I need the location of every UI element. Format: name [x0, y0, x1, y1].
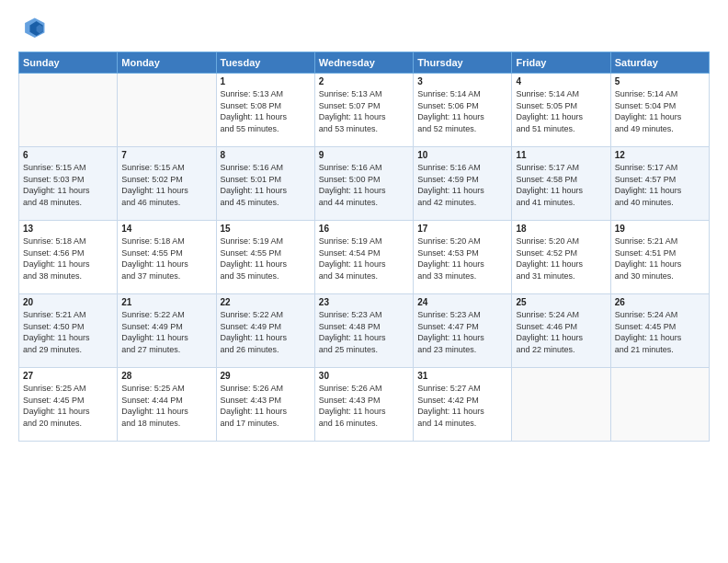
- logo-icon: [18, 15, 48, 44]
- day-info: Sunrise: 5:13 AM Sunset: 5:07 PM Dayligh…: [319, 88, 409, 134]
- day-info: Sunrise: 5:23 AM Sunset: 4:48 PM Dayligh…: [319, 309, 409, 355]
- day-number: 25: [516, 297, 606, 307]
- day-cell: 14Sunrise: 5:18 AM Sunset: 4:55 PM Dayli…: [118, 221, 216, 294]
- day-number: 9: [319, 150, 409, 160]
- day-number: 1: [221, 76, 311, 86]
- day-cell: 31Sunrise: 5:27 AM Sunset: 4:42 PM Dayli…: [414, 368, 512, 442]
- day-info: Sunrise: 5:20 AM Sunset: 4:53 PM Dayligh…: [417, 236, 507, 282]
- day-cell: 9Sunrise: 5:16 AM Sunset: 5:00 PM Daylig…: [314, 147, 413, 221]
- day-cell: 12Sunrise: 5:17 AM Sunset: 4:57 PM Dayli…: [610, 147, 709, 221]
- day-info: Sunrise: 5:22 AM Sunset: 4:49 PM Dayligh…: [121, 309, 211, 355]
- col-header-sunday: Sunday: [19, 52, 118, 74]
- day-info: Sunrise: 5:16 AM Sunset: 5:01 PM Dayligh…: [221, 162, 311, 208]
- day-number: 21: [121, 297, 211, 307]
- day-cell: 6Sunrise: 5:15 AM Sunset: 5:03 PM Daylig…: [19, 147, 118, 221]
- week-row-0: 1Sunrise: 5:13 AM Sunset: 5:08 PM Daylig…: [19, 74, 710, 147]
- week-row-2: 13Sunrise: 5:18 AM Sunset: 4:56 PM Dayli…: [19, 221, 710, 294]
- day-cell: 24Sunrise: 5:23 AM Sunset: 4:47 PM Dayli…: [414, 294, 512, 368]
- col-header-wednesday: Wednesday: [314, 52, 413, 74]
- calendar-table: SundayMondayTuesdayWednesdayThursdayFrid…: [18, 52, 710, 442]
- day-number: 19: [615, 224, 705, 234]
- day-info: Sunrise: 5:15 AM Sunset: 5:02 PM Dayligh…: [121, 162, 211, 208]
- day-number: 4: [516, 76, 606, 86]
- col-header-saturday: Saturday: [610, 52, 709, 74]
- day-cell: 17Sunrise: 5:20 AM Sunset: 4:53 PM Dayli…: [414, 221, 512, 294]
- day-number: 6: [23, 150, 113, 160]
- day-info: Sunrise: 5:22 AM Sunset: 4:49 PM Dayligh…: [221, 309, 311, 355]
- day-info: Sunrise: 5:25 AM Sunset: 4:44 PM Dayligh…: [121, 383, 211, 429]
- day-number: 5: [615, 76, 705, 86]
- day-number: 16: [319, 224, 409, 234]
- day-info: Sunrise: 5:16 AM Sunset: 4:59 PM Dayligh…: [417, 162, 507, 208]
- day-number: 20: [23, 297, 113, 307]
- day-info: Sunrise: 5:17 AM Sunset: 4:58 PM Dayligh…: [516, 162, 606, 208]
- logo: [18, 15, 51, 44]
- day-cell: 13Sunrise: 5:18 AM Sunset: 4:56 PM Dayli…: [19, 221, 118, 294]
- day-cell: 25Sunrise: 5:24 AM Sunset: 4:46 PM Dayli…: [512, 294, 610, 368]
- day-info: Sunrise: 5:20 AM Sunset: 4:52 PM Dayligh…: [516, 236, 606, 282]
- day-number: 26: [615, 297, 705, 307]
- day-info: Sunrise: 5:17 AM Sunset: 4:57 PM Dayligh…: [615, 162, 705, 208]
- day-cell: 1Sunrise: 5:13 AM Sunset: 5:08 PM Daylig…: [216, 74, 314, 147]
- header: [18, 15, 710, 44]
- day-number: 13: [23, 224, 113, 234]
- col-header-monday: Monday: [118, 52, 216, 74]
- day-info: Sunrise: 5:26 AM Sunset: 4:43 PM Dayligh…: [221, 383, 311, 429]
- day-number: 3: [417, 76, 507, 86]
- day-number: 29: [221, 371, 311, 381]
- day-info: Sunrise: 5:21 AM Sunset: 4:50 PM Dayligh…: [23, 309, 113, 355]
- day-cell: 7Sunrise: 5:15 AM Sunset: 5:02 PM Daylig…: [118, 147, 216, 221]
- day-cell: 30Sunrise: 5:26 AM Sunset: 4:43 PM Dayli…: [314, 368, 413, 442]
- day-cell: 20Sunrise: 5:21 AM Sunset: 4:50 PM Dayli…: [19, 294, 118, 368]
- day-cell: 11Sunrise: 5:17 AM Sunset: 4:58 PM Dayli…: [512, 147, 610, 221]
- day-number: 2: [319, 76, 409, 86]
- day-cell: [512, 368, 610, 442]
- day-cell: 10Sunrise: 5:16 AM Sunset: 4:59 PM Dayli…: [414, 147, 512, 221]
- day-info: Sunrise: 5:24 AM Sunset: 4:45 PM Dayligh…: [615, 309, 705, 355]
- day-number: 24: [417, 297, 507, 307]
- day-number: 14: [121, 224, 211, 234]
- day-cell: 29Sunrise: 5:26 AM Sunset: 4:43 PM Dayli…: [216, 368, 314, 442]
- day-number: 22: [221, 297, 311, 307]
- day-cell: [19, 74, 118, 147]
- day-cell: 19Sunrise: 5:21 AM Sunset: 4:51 PM Dayli…: [610, 221, 709, 294]
- page: SundayMondayTuesdayWednesdayThursdayFrid…: [0, 0, 728, 563]
- day-info: Sunrise: 5:25 AM Sunset: 4:45 PM Dayligh…: [23, 383, 113, 429]
- day-cell: [610, 368, 709, 442]
- day-number: 30: [319, 371, 409, 381]
- day-info: Sunrise: 5:23 AM Sunset: 4:47 PM Dayligh…: [417, 309, 507, 355]
- day-cell: 18Sunrise: 5:20 AM Sunset: 4:52 PM Dayli…: [512, 221, 610, 294]
- week-row-3: 20Sunrise: 5:21 AM Sunset: 4:50 PM Dayli…: [19, 294, 710, 368]
- day-info: Sunrise: 5:27 AM Sunset: 4:42 PM Dayligh…: [417, 383, 507, 429]
- day-number: 10: [417, 150, 507, 160]
- day-number: 7: [121, 150, 211, 160]
- day-cell: 16Sunrise: 5:19 AM Sunset: 4:54 PM Dayli…: [314, 221, 413, 294]
- day-info: Sunrise: 5:14 AM Sunset: 5:05 PM Dayligh…: [516, 88, 606, 134]
- col-header-friday: Friday: [512, 52, 610, 74]
- day-number: 12: [615, 150, 705, 160]
- day-info: Sunrise: 5:14 AM Sunset: 5:04 PM Dayligh…: [615, 88, 705, 134]
- day-info: Sunrise: 5:18 AM Sunset: 4:55 PM Dayligh…: [121, 236, 211, 282]
- col-header-thursday: Thursday: [414, 52, 512, 74]
- day-cell: 15Sunrise: 5:19 AM Sunset: 4:55 PM Dayli…: [216, 221, 314, 294]
- day-cell: 28Sunrise: 5:25 AM Sunset: 4:44 PM Dayli…: [118, 368, 216, 442]
- day-cell: 8Sunrise: 5:16 AM Sunset: 5:01 PM Daylig…: [216, 147, 314, 221]
- day-info: Sunrise: 5:16 AM Sunset: 5:00 PM Dayligh…: [319, 162, 409, 208]
- day-info: Sunrise: 5:19 AM Sunset: 4:55 PM Dayligh…: [221, 236, 311, 282]
- day-cell: 26Sunrise: 5:24 AM Sunset: 4:45 PM Dayli…: [610, 294, 709, 368]
- day-number: 8: [221, 150, 311, 160]
- day-number: 27: [23, 371, 113, 381]
- day-number: 31: [417, 371, 507, 381]
- day-info: Sunrise: 5:24 AM Sunset: 4:46 PM Dayligh…: [516, 309, 606, 355]
- day-cell: 22Sunrise: 5:22 AM Sunset: 4:49 PM Dayli…: [216, 294, 314, 368]
- day-number: 18: [516, 224, 606, 234]
- day-number: 17: [417, 224, 507, 234]
- day-number: 28: [121, 371, 211, 381]
- col-header-tuesday: Tuesday: [216, 52, 314, 74]
- day-number: 15: [221, 224, 311, 234]
- calendar-header-row: SundayMondayTuesdayWednesdayThursdayFrid…: [19, 52, 710, 74]
- day-cell: [118, 74, 216, 147]
- day-number: 11: [516, 150, 606, 160]
- day-cell: 4Sunrise: 5:14 AM Sunset: 5:05 PM Daylig…: [512, 74, 610, 147]
- day-info: Sunrise: 5:26 AM Sunset: 4:43 PM Dayligh…: [319, 383, 409, 429]
